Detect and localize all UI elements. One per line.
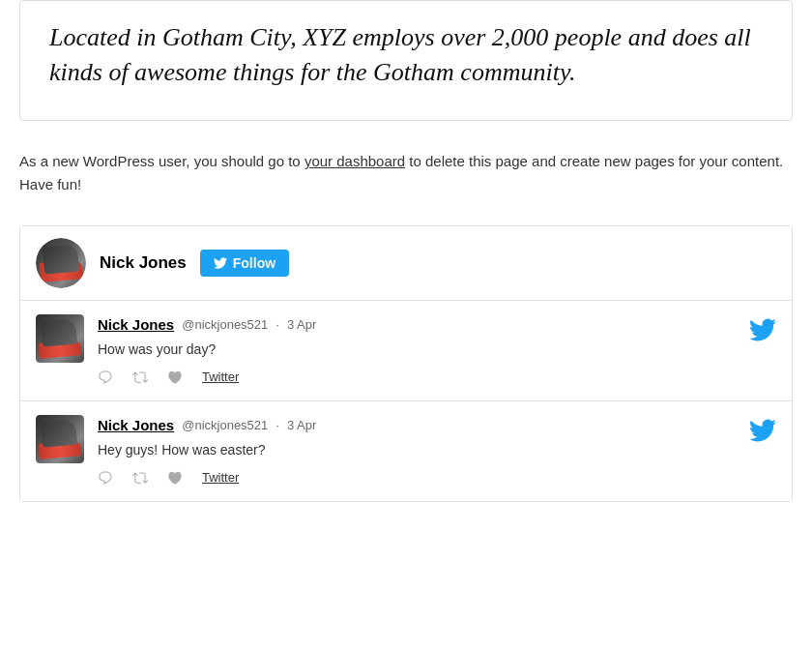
retweet-icon-2 bbox=[132, 470, 148, 486]
wp-notice-text-before: As a new WordPress user, you should go t… bbox=[19, 153, 304, 169]
tweet-content-1: Nick Jones @nickjones521 · 3 Apr How was… bbox=[98, 314, 776, 387]
like-icon-2 bbox=[167, 470, 183, 486]
tweet-dot-1: · bbox=[276, 315, 279, 335]
tweet-name-1[interactable]: Nick Jones bbox=[98, 314, 174, 337]
tweet-avatar-2 bbox=[36, 415, 84, 463]
twitter-link-1[interactable]: Twitter bbox=[202, 368, 239, 387]
dashboard-link[interactable]: your dashboard bbox=[304, 153, 405, 169]
reply-button-1[interactable] bbox=[98, 369, 113, 385]
follow-label: Follow bbox=[233, 255, 276, 271]
wp-notice: As a new WordPress user, you should go t… bbox=[0, 140, 812, 216]
tweet-dot-2: · bbox=[276, 416, 279, 435]
quote-text: Located in Gotham City, XYZ employs over… bbox=[49, 20, 763, 91]
tweet-actions-2: Twitter bbox=[98, 468, 776, 488]
like-button-1[interactable] bbox=[167, 369, 183, 385]
tweet-date-2: 3 Apr bbox=[287, 416, 316, 435]
tweet-row-2: Nick Jones @nickjones521 · 3 Apr Hey guy… bbox=[20, 401, 792, 501]
tweet-avatar-1 bbox=[36, 314, 84, 363]
tweet-handle-2: @nickjones521 bbox=[182, 416, 268, 435]
tweet-row: Nick Jones @nickjones521 · 3 Apr How was… bbox=[20, 301, 792, 401]
retweet-button-2[interactable] bbox=[132, 470, 148, 486]
reply-button-2[interactable] bbox=[98, 470, 113, 486]
tweet-meta-2: Nick Jones @nickjones521 · 3 Apr bbox=[98, 415, 776, 437]
twitter-header-avatar bbox=[36, 238, 86, 288]
retweet-icon-1 bbox=[132, 369, 148, 385]
twitter-header-name: Nick Jones bbox=[100, 251, 187, 276]
twitter-link-2[interactable]: Twitter bbox=[202, 468, 239, 488]
tweet-actions-1: Twitter bbox=[98, 368, 776, 387]
reply-icon-1 bbox=[98, 369, 113, 385]
twitter-widget: Nick Jones Follow Nick Jones @nickjones5… bbox=[19, 225, 793, 502]
retweet-button-1[interactable] bbox=[132, 369, 148, 385]
tweet-handle-1: @nickjones521 bbox=[182, 315, 268, 335]
twitter-bird-svg-2 bbox=[749, 417, 776, 444]
like-icon-1 bbox=[167, 369, 183, 385]
avatar-image-1 bbox=[36, 314, 84, 363]
reply-icon-2 bbox=[98, 470, 113, 486]
twitter-header: Nick Jones Follow bbox=[20, 226, 792, 301]
tweet-date-1: 3 Apr bbox=[287, 315, 316, 335]
avatar-image bbox=[36, 238, 86, 288]
tweet-meta-1: Nick Jones @nickjones521 · 3 Apr bbox=[98, 314, 776, 337]
tweet-text-2: Hey guys! How was easter? bbox=[98, 440, 776, 460]
tweet-content-2: Nick Jones @nickjones521 · 3 Apr Hey guy… bbox=[98, 415, 776, 488]
follow-button[interactable]: Follow bbox=[200, 250, 289, 277]
twitter-bird-icon-small bbox=[214, 256, 227, 270]
tweet-text-1: How was your day? bbox=[98, 340, 776, 360]
tweet-name-2[interactable]: Nick Jones bbox=[98, 415, 174, 437]
avatar-image-2 bbox=[36, 415, 84, 463]
twitter-bird-large-2 bbox=[749, 415, 776, 456]
page-wrapper: Located in Gotham City, XYZ employs over… bbox=[0, 0, 812, 650]
twitter-bird-svg-1 bbox=[749, 316, 776, 343]
quote-card: Located in Gotham City, XYZ employs over… bbox=[19, 0, 793, 121]
twitter-bird-large-1 bbox=[749, 314, 776, 355]
like-button-2[interactable] bbox=[167, 470, 183, 486]
